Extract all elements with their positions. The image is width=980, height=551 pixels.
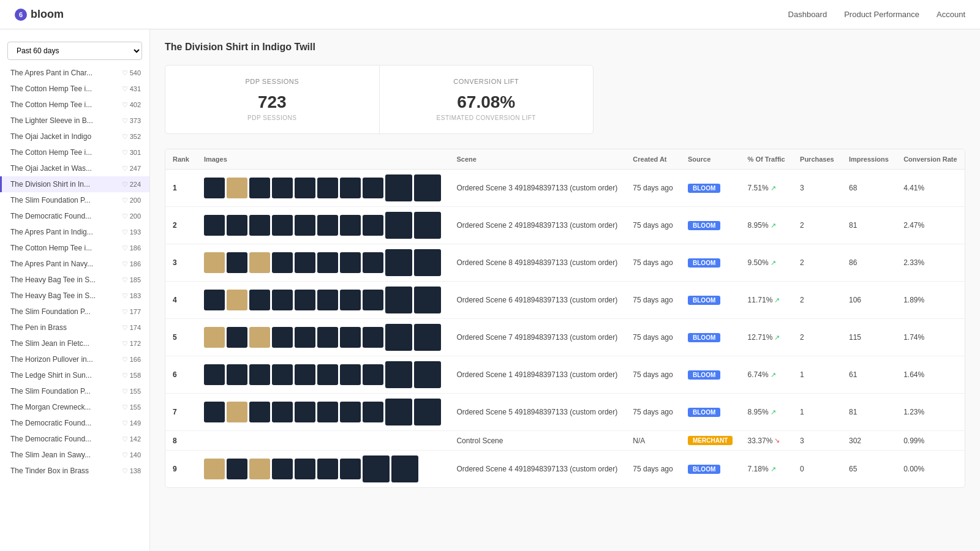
trend-icon: ↗ [771, 371, 776, 379]
table-header-cell: % of Traffic [741, 149, 793, 170]
sidebar-list-item[interactable]: The Slim Foundation P... ♡ 177 [0, 304, 149, 320]
image-thumbnail [385, 249, 412, 276]
image-thumbnail [272, 178, 293, 198]
purchases-cell: 3 [793, 431, 842, 451]
sidebar-list-item[interactable]: The Democratic Found... ♡ 142 [0, 431, 149, 447]
conversion-lift-label: Conversion Lift [394, 78, 579, 85]
image-strip [204, 287, 442, 313]
sidebar-list-item[interactable]: The Cotton Hemp Tee i... ♡ 402 [0, 97, 149, 113]
traffic-value: 6.74%↗ [748, 370, 785, 379]
traffic-cell: 11.71%↗ [741, 282, 793, 319]
sidebar-list-item[interactable]: The Slim Foundation P... ♡ 155 [0, 383, 149, 399]
image-thumbnail [272, 459, 293, 479]
sidebar-list-item[interactable]: The Apres Pant in Char... ♡ 540 [0, 65, 149, 81]
sidebar-list-item[interactable]: The Apres Pant in Navy... ♡ 186 [0, 256, 149, 272]
image-strip [204, 249, 442, 276]
logo-icon [15, 9, 27, 21]
heart-icon: ♡ [122, 85, 128, 93]
source-badge: Bloom [688, 333, 720, 342]
sidebar-item-number: 142 [130, 435, 141, 443]
created-at-cell: N/A [625, 431, 680, 451]
image-thumbnail [385, 399, 412, 425]
traffic-cell: 7.51%↗ [741, 170, 793, 207]
sidebar-item-number: 155 [130, 388, 141, 395]
pdp-sessions-sublabel: PDP SESSIONS [180, 114, 364, 121]
sidebar-list-item[interactable]: The Cotton Hemp Tee i... ♡ 186 [0, 240, 149, 256]
nav-product-performance[interactable]: Product Performance [844, 10, 919, 19]
source-cell: Bloom [680, 356, 741, 394]
sidebar-list-item[interactable]: The Ojai Jacket in Was... ♡ 247 [0, 160, 149, 176]
sidebar-list-item[interactable]: The Pen in Brass ♡ 174 [0, 320, 149, 335]
images-cell [197, 282, 450, 319]
source-cell: Bloom [680, 170, 741, 207]
sidebar-filter[interactable]: Past 60 days Past 30 days Past 90 days [0, 37, 149, 65]
created-at-cell: 75 days ago [625, 282, 680, 319]
sidebar-list-item[interactable]: The Heavy Bag Tee in S... ♡ 183 [0, 288, 149, 304]
sidebar-list-item[interactable]: The Lighter Sleeve in B... ♡ 373 [0, 113, 149, 129]
sidebar-list-item[interactable]: The Apres Pant in Indig... ♡ 193 [0, 224, 149, 240]
image-thumbnail [295, 459, 315, 479]
sidebar-item-count: ♡ 185 [122, 276, 141, 284]
sidebar-list-item[interactable]: The Morgan Crewneck... ♡ 155 [0, 399, 149, 415]
image-thumbnail [414, 361, 441, 388]
images-cell [197, 244, 450, 282]
table-row: 8Control SceneN/AMerchant33.37%↘33020.99… [165, 431, 965, 451]
sidebar-list-item[interactable]: The Slim Jean in Sawy... ♡ 140 [0, 447, 149, 463]
image-thumbnail [249, 364, 270, 385]
image-thumbnail [295, 178, 315, 198]
traffic-percent: 7.18% [748, 465, 769, 473]
traffic-value: 7.18%↗ [748, 465, 785, 473]
image-thumbnail [227, 252, 247, 273]
image-strip [204, 174, 442, 201]
image-thumbnail [317, 178, 338, 198]
sidebar-list-item[interactable]: The Tinder Box in Brass ♡ 138 [0, 463, 149, 479]
sidebar-item-number: 158 [130, 372, 141, 379]
source-cell: Merchant [680, 431, 741, 451]
sidebar-item-name: The Ojai Jacket in Was... [10, 164, 102, 173]
stats-row: PDP Sessions 723 PDP SESSIONS Conversion… [165, 65, 594, 134]
image-thumbnail [227, 364, 247, 385]
sidebar-list-item[interactable]: The Ledge Shirt in Sun... ♡ 158 [0, 367, 149, 383]
sidebar-item-number: 247 [130, 165, 141, 172]
scene-cell: Ordered Scene 3 4918948397133 (custom or… [449, 170, 625, 207]
date-range-select[interactable]: Past 60 days Past 30 days Past 90 days [7, 42, 142, 60]
sidebar-item-name: The Tinder Box in Brass [10, 467, 102, 475]
sidebar-list-item[interactable]: The Cotton Hemp Tee i... ♡ 301 [0, 144, 149, 160]
image-thumbnail [204, 252, 225, 273]
sidebar-list-item[interactable]: The Cotton Hemp Tee i... ♡ 431 [0, 81, 149, 97]
heart-icon: ♡ [122, 165, 128, 173]
sidebar-item-count: ♡ 200 [122, 197, 141, 204]
sidebar-list-item[interactable]: The Slim Jean in Fletc... ♡ 172 [0, 335, 149, 351]
nav-dashboard[interactable]: Dashboard [788, 10, 827, 19]
sidebar-list-item[interactable]: The Ojai Jacket in Indigo ♡ 352 [0, 129, 149, 144]
traffic-percent: 7.51% [748, 184, 769, 192]
sidebar-list-item[interactable]: The Democratic Found... ♡ 200 [0, 208, 149, 224]
sidebar-item-count: ♡ 172 [122, 340, 141, 348]
image-thumbnail [227, 402, 247, 422]
image-strip [204, 212, 442, 239]
heart-icon: ♡ [122, 181, 128, 189]
table-header-cell: Purchases [793, 149, 842, 170]
sidebar-item-name: The Slim Jean in Fletc... [10, 339, 102, 348]
sidebar-list-item[interactable]: The Division Shirt in In... ♡ 224 [0, 176, 149, 192]
heart-icon: ♡ [122, 260, 128, 268]
sidebar-item-name: The Apres Pant in Indig... [10, 228, 102, 236]
image-thumbnail [385, 361, 412, 388]
sidebar-list-item[interactable]: The Horizon Pullover in... ♡ 166 [0, 351, 149, 367]
sidebar-list-item[interactable]: The Heavy Bag Tee in S... ♡ 185 [0, 272, 149, 288]
traffic-value: 7.51%↗ [748, 184, 785, 192]
sidebar-item-name: The Heavy Bag Tee in S... [10, 276, 102, 284]
sidebar-item-name: The Apres Pant in Char... [10, 69, 102, 77]
sidebar-item-name: The Cotton Hemp Tee i... [10, 84, 102, 93]
sidebar-list-item[interactable]: The Democratic Found... ♡ 149 [0, 415, 149, 431]
table-header-cell: Impressions [842, 149, 896, 170]
conversion-rate-cell: 2.47% [896, 207, 965, 244]
sidebar-list-item[interactable]: The Slim Foundation P... ♡ 200 [0, 192, 149, 208]
heart-icon: ♡ [122, 276, 128, 284]
conversion-rate-cell: 2.33% [896, 244, 965, 282]
rank-cell: 3 [165, 244, 197, 282]
page-title: The Division Shirt in Indigo Twill [165, 42, 965, 53]
nav-account[interactable]: Account [937, 10, 965, 19]
impressions-cell: 65 [842, 451, 896, 488]
source-badge: Bloom [688, 465, 720, 474]
